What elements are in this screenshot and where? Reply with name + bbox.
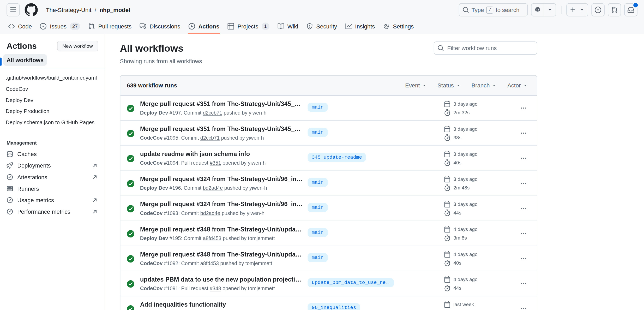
sidebar-workflow-item[interactable]: CodeCov (0, 84, 105, 95)
calendar-icon (444, 100, 450, 107)
run-title-link[interactable]: updates PBM data to use the new populati… (140, 276, 303, 283)
branch-badge[interactable]: 345_update-readme (308, 153, 366, 162)
workflow-run-row: updates PBM data to use the new populati… (120, 271, 537, 296)
run-options-button[interactable] (518, 253, 529, 264)
breadcrumb-repo-link[interactable]: nhp_model (97, 5, 133, 15)
tab-pull-requests[interactable]: Pull requests (85, 20, 135, 33)
run-ref-link[interactable]: a8fd453 (203, 235, 221, 241)
actions-sidebar: Actions New workflow All workflows .gith… (0, 34, 105, 310)
run-title-link[interactable]: Add inequalities functionality (140, 301, 303, 308)
run-title-link[interactable]: update readme with json schema info (140, 150, 303, 157)
run-date: 4 days ago (453, 226, 477, 232)
run-date-line: 3 days ago (444, 176, 513, 182)
run-ref-link[interactable]: a8fd453 (200, 260, 219, 266)
sidebar-item-all-workflows[interactable]: All workflows (3, 54, 47, 66)
workflow-name: Deploy Dev (140, 185, 168, 191)
copilot-button[interactable] (531, 3, 556, 16)
workflow-run-row: Merge pull request #348 from The-Strateg… (120, 221, 537, 246)
verified-icon (7, 174, 13, 180)
run-duration-line: 40s (444, 259, 513, 266)
your-pull-requests-button[interactable] (608, 3, 621, 16)
run-ref-link[interactable]: d2ccb71 (200, 135, 220, 141)
run-ref-link[interactable]: bd2ad4e (200, 210, 220, 216)
calendar-icon (444, 201, 450, 207)
sidebar-workflow-item[interactable]: Deploy Production (0, 106, 105, 117)
tab-projects[interactable]: Projects1 (224, 20, 273, 34)
run-options-button[interactable] (518, 228, 529, 239)
sidebar-item-runners[interactable]: Runners (0, 183, 105, 194)
inbox-button[interactable] (624, 3, 637, 16)
new-workflow-button[interactable]: New workflow (57, 41, 98, 51)
run-options-button[interactable] (518, 102, 529, 114)
run-title-link[interactable]: Merge pull request #351 from The-Strateg… (140, 125, 303, 132)
sidebar-item-attestations[interactable]: Attestations (0, 171, 105, 183)
run-title-link[interactable]: Merge pull request #348 from The-Strateg… (140, 225, 303, 232)
event-filter-dropdown[interactable]: Event (405, 82, 427, 89)
branch-badge[interactable]: main (308, 253, 328, 262)
run-title-link[interactable]: Merge pull request #348 from The-Strateg… (140, 251, 303, 258)
run-date-line: 3 days ago (444, 151, 513, 157)
run-ref-link[interactable]: bd2ad4e (203, 185, 223, 191)
actor-filter-dropdown[interactable]: Actor (507, 82, 528, 89)
run-options-button[interactable] (518, 127, 529, 139)
run-options-button[interactable] (518, 202, 529, 214)
run-title-link[interactable]: Merge pull request #324 from The-Strateg… (140, 200, 303, 207)
branch-badge[interactable]: 96_inequalities (308, 303, 360, 310)
run-main: Merge pull request #351 from The-Strateg… (140, 100, 303, 116)
run-title-link[interactable]: Merge pull request #324 from The-Strateg… (140, 175, 303, 182)
sidebar-item-usage-metrics[interactable]: Usage metrics (0, 194, 105, 206)
sidebar-item-deployments[interactable]: Deployments (0, 160, 105, 171)
run-title-link[interactable]: Merge pull request #351 from The-Strateg… (140, 100, 303, 107)
run-ref-link[interactable]: d2ccb71 (203, 110, 222, 116)
tab-code[interactable]: Code (5, 20, 35, 33)
meter-icon (7, 197, 13, 203)
run-ref-link[interactable]: #348 (210, 285, 221, 291)
sidebar-workflow-item[interactable]: Deploy schema.json to GitHub Pages (0, 117, 105, 128)
sidebar-item-performance-metrics[interactable]: Performance metrics (0, 206, 105, 217)
run-options-button[interactable] (518, 177, 529, 189)
tab-label: Settings (393, 23, 414, 29)
branch-badge[interactable]: main (308, 203, 328, 212)
branch-badge[interactable]: update_pbm_data_to_use_new_… (308, 278, 394, 287)
tab-settings[interactable]: Settings (380, 20, 417, 33)
workflow-name: CodeCov (140, 210, 162, 216)
run-meta: 3 days ago44s (444, 201, 513, 216)
rocket-icon (7, 162, 13, 169)
tab-insights[interactable]: Insights (342, 20, 378, 33)
branch-badge[interactable]: main (308, 178, 328, 187)
sidebar-workflow-item[interactable]: .github/workflows/build_container.yaml (0, 72, 105, 84)
status-filter-dropdown[interactable]: Status (437, 82, 461, 89)
branch-badge[interactable]: main (308, 128, 328, 137)
branch-badge[interactable]: main (308, 103, 328, 112)
run-ref-link[interactable]: #351 (210, 160, 221, 166)
github-logo-icon[interactable] (25, 3, 38, 16)
your-issues-button[interactable] (591, 3, 604, 16)
sidebar-item-label: Performance metrics (17, 208, 70, 215)
global-search-input[interactable]: Type / to search (459, 3, 528, 16)
tab-security[interactable]: Security (303, 20, 340, 33)
tab-actions[interactable]: Actions (185, 20, 223, 33)
run-options-button[interactable] (518, 152, 529, 164)
sidebar-workflow-item[interactable]: Deploy Dev (0, 94, 105, 106)
run-date-line: 4 days ago (444, 276, 513, 282)
tab-counter: 1 (262, 23, 269, 30)
run-subtitle: CodeCov #1094: Pull request #351 opened … (140, 160, 303, 166)
branch-badge[interactable]: main (308, 228, 328, 237)
git-pull-request-icon (88, 23, 95, 29)
run-date-line: 4 days ago (444, 251, 513, 257)
create-new-button[interactable] (566, 3, 588, 16)
run-duration: 44s (453, 285, 461, 291)
tab-wiki[interactable]: Wiki (274, 20, 302, 33)
tab-discussions[interactable]: Discussions (136, 20, 184, 33)
sidebar-item-caches[interactable]: Caches (0, 148, 105, 160)
tab-issues[interactable]: Issues27 (37, 20, 83, 34)
workflow-run-row: Add inequalities functionalityCodeCov #1… (120, 296, 537, 310)
run-options-button[interactable] (518, 303, 529, 310)
hamburger-menu-button[interactable] (7, 3, 20, 16)
breadcrumb-org-link[interactable]: The-Strategy-Unit (44, 5, 94, 15)
run-options-button[interactable] (518, 278, 529, 289)
filter-workflow-runs-input[interactable] (447, 44, 534, 52)
branch-filter-dropdown[interactable]: Branch (472, 82, 497, 89)
tab-label: Code (18, 23, 32, 29)
copilot-dropdown-caret-icon[interactable] (544, 4, 556, 16)
